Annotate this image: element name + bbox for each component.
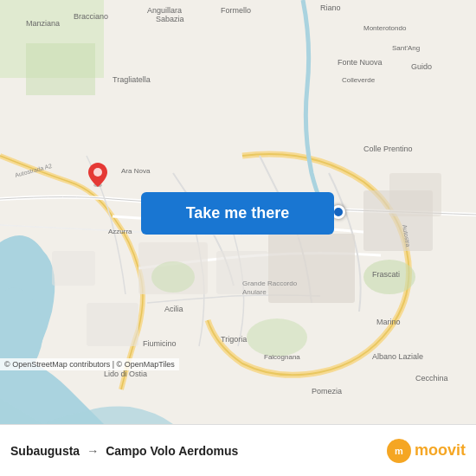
svg-point-43	[93, 168, 102, 177]
svg-text:Colleverde: Colleverde	[342, 76, 376, 84]
svg-text:Anulare: Anulare	[242, 288, 267, 296]
svg-text:Fiumicino: Fiumicino	[143, 339, 177, 348]
svg-text:Sant'Ang: Sant'Ang	[392, 44, 420, 52]
svg-rect-9	[52, 251, 95, 286]
svg-text:Grande Raccordo: Grande Raccordo	[242, 280, 298, 287]
map-attribution: © OpenStreetMap contributors | © OpenMap…	[0, 358, 179, 370]
svg-rect-7	[389, 173, 441, 216]
moovit-icon: m	[387, 439, 411, 463]
route-arrow: →	[87, 444, 99, 458]
svg-text:Trigoria: Trigoria	[221, 335, 247, 344]
svg-text:Formello: Formello	[221, 6, 251, 15]
route-info: Subaugusta → Campo Volo Aerdomus	[10, 444, 238, 458]
svg-text:Acilia: Acilia	[164, 305, 183, 313]
svg-text:Tragliatella: Tragliatella	[113, 75, 151, 84]
svg-rect-8	[87, 303, 138, 346]
svg-text:Colle Prentino: Colle Prentino	[363, 145, 413, 153]
svg-text:Falcognana: Falcognana	[264, 353, 300, 361]
svg-text:Ara Nova: Ara Nova	[121, 167, 151, 175]
svg-text:Cecchina: Cecchina	[415, 374, 448, 383]
route-from: Subaugusta	[10, 444, 80, 458]
moovit-text: moovit	[415, 441, 466, 460]
svg-text:Albano Laziale: Albano Laziale	[372, 352, 423, 361]
svg-text:Riano: Riano	[320, 3, 341, 12]
svg-text:Guido: Guido	[411, 62, 432, 71]
svg-rect-2	[26, 43, 95, 95]
svg-point-11	[151, 261, 195, 293]
svg-text:Fonte Nuova: Fonte Nuova	[338, 58, 383, 67]
origin-marker	[88, 163, 107, 187]
svg-text:Azzurra: Azzurra	[108, 228, 132, 235]
svg-text:Bracciano: Bracciano	[74, 12, 108, 21]
svg-text:Monterotondo: Monterotondo	[363, 24, 407, 32]
bottom-bar: Subaugusta → Campo Volo Aerdomus m moovi…	[0, 424, 476, 476]
map-container: Manziana Bracciano Anguillara Sabazia Fo…	[0, 0, 476, 424]
svg-text:Anguillara: Anguillara	[147, 6, 182, 15]
route-to: Campo Volo Aerdomus	[106, 444, 238, 458]
svg-point-12	[247, 318, 307, 357]
moovit-logo: m moovit	[387, 439, 466, 463]
svg-rect-5	[268, 234, 355, 303]
svg-text:Marino: Marino	[376, 318, 401, 326]
svg-text:Sabazia: Sabazia	[156, 15, 184, 23]
take-me-there-button[interactable]: Take me there	[141, 192, 334, 235]
svg-text:Manziana: Manziana	[26, 19, 60, 28]
svg-text:Pomezia: Pomezia	[312, 387, 342, 396]
svg-text:Frascati: Frascati	[372, 270, 400, 279]
svg-text:m: m	[395, 446, 403, 456]
svg-text:Lido di Ostia: Lido di Ostia	[104, 370, 147, 378]
